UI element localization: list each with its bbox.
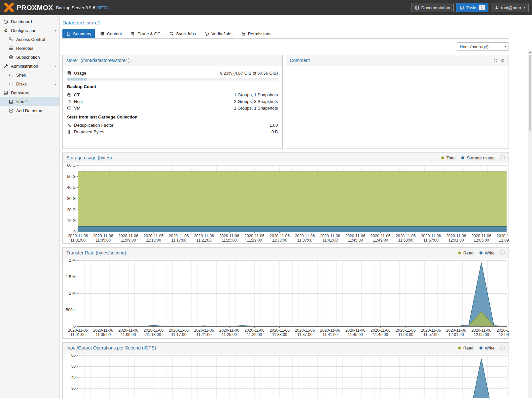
- sidebar-item-subscription[interactable]: Subscription: [0, 53, 59, 62]
- svg-text:2020-11-06: 2020-11-06: [446, 234, 466, 238]
- svg-text:50 G: 50 G: [67, 174, 76, 179]
- legend-read[interactable]: Read: [458, 346, 474, 350]
- svg-text:11:45:00: 11:45:00: [348, 238, 363, 243]
- tab-prune-gc[interactable]: Prune & GC: [127, 29, 164, 38]
- database-icon: [3, 90, 8, 95]
- database-icon: [67, 71, 71, 75]
- svg-text:11:41:00: 11:41:00: [323, 332, 338, 337]
- disk-icon: [9, 82, 14, 86]
- scroll-up-arrow[interactable]: ▲: [528, 50, 532, 54]
- svg-text:1.5 M: 1.5 M: [66, 275, 76, 279]
- legend-total[interactable]: Total: [441, 155, 455, 160]
- legend-storage-usage[interactable]: Storage usage: [461, 155, 495, 160]
- sidebar-item-shell[interactable]: Shell: [0, 71, 59, 80]
- svg-text:2020-11-06: 2020-11-06: [194, 234, 214, 238]
- iops-panel: Input/Output Operations per Second (IOPS…: [62, 342, 509, 398]
- main-content: Datastore: store1 Summary Content Prune …: [60, 15, 532, 398]
- svg-text:2020-11-06: 2020-11-06: [68, 328, 88, 333]
- collapse-chart-icon[interactable]: –: [500, 155, 505, 160]
- sidebar-item-administration[interactable]: Administration ▾: [0, 62, 59, 71]
- sidebar-item-configuration[interactable]: ⚙ Configuration ▾: [0, 26, 59, 35]
- svg-text:2020-11-06: 2020-11-06: [396, 328, 416, 333]
- list-icon: [9, 46, 14, 51]
- gear-icon: ⚙: [3, 28, 8, 33]
- svg-text:2020-11-06: 2020-11-06: [371, 328, 391, 333]
- svg-text:2020-11-06: 2020-11-06: [396, 234, 416, 238]
- sidebar-item-add-datastore[interactable]: Add Datastore: [0, 106, 59, 115]
- sidebar-item-datastore[interactable]: Datastore: [0, 88, 59, 97]
- product-version: Backup Server 0.9-6: [56, 5, 95, 10]
- legend-dot: [461, 156, 464, 159]
- tab-permissions[interactable]: Permissions: [237, 29, 275, 38]
- svg-text:2020-11-06: 2020-11-06: [345, 234, 366, 238]
- svg-text:2020-11-06: 2020-11-06: [118, 328, 138, 333]
- tab-content[interactable]: Content: [96, 29, 126, 38]
- documentation-button[interactable]: Documentation: [411, 3, 454, 12]
- collapse-chart-icon[interactable]: –: [500, 250, 505, 255]
- sidebar-item-access-control[interactable]: Access Control: [0, 35, 59, 44]
- sidebar: Dashboard ⚙ Configuration ▾ Access Contr…: [0, 15, 60, 398]
- svg-text:12:05:00: 12:05:00: [474, 332, 489, 337]
- svg-text:12:05:00: 12:05:00: [474, 238, 489, 243]
- svg-text:2020-11-06: 2020-11-06: [68, 234, 88, 238]
- sidebar-item-disks[interactable]: Disks ▸: [0, 80, 59, 88]
- svg-text:2020-11-06: 2020-11-06: [169, 328, 189, 333]
- trash-icon: [130, 31, 135, 36]
- svg-text:11:57:00: 11:57:00: [423, 332, 439, 337]
- plus-circle-icon: [9, 108, 14, 113]
- scrollbar[interactable]: ▲: [528, 50, 532, 398]
- comment-body[interactable]: [286, 66, 509, 149]
- beta-link[interactable]: BETA: [97, 5, 108, 10]
- svg-text:60: 60: [71, 353, 76, 358]
- tab-sync-jobs[interactable]: Sync Jobs: [165, 29, 199, 38]
- svg-text:2020-11-06: 2020-11-06: [497, 234, 509, 238]
- svg-text:12:01:00: 12:01:00: [448, 332, 464, 337]
- svg-text:2020-11-06: 2020-11-06: [421, 234, 441, 238]
- comment-panel: Comment ⚙: [286, 55, 509, 149]
- building-icon: [67, 99, 71, 104]
- panel-title: Comment: [290, 58, 310, 63]
- sidebar-item-store1[interactable]: store1: [0, 97, 59, 106]
- svg-text:2020-11-06: 2020-11-06: [471, 234, 491, 238]
- legend-write[interactable]: Write: [479, 346, 495, 350]
- app-window: PROXMOX Backup Server 0.9-6 BETA Documen…: [0, 0, 532, 398]
- svg-text:2020-11-06: 2020-11-06: [118, 234, 138, 238]
- tab-summary[interactable]: Summary: [62, 29, 95, 38]
- trash-icon: [67, 130, 71, 134]
- legend-read[interactable]: Read: [458, 250, 474, 255]
- svg-text:2020-11-06: 2020-11-06: [446, 328, 466, 333]
- gc-stats-heading: Stats from last Garbage Collection: [67, 115, 278, 119]
- refresh-icon[interactable]: [493, 58, 498, 63]
- svg-text:2020-11-06: 2020-11-06: [219, 234, 239, 238]
- panel-title: Transfer Rate (bytes/second): [66, 250, 126, 255]
- gear-icon[interactable]: ⚙: [501, 58, 505, 63]
- svg-text:11:13:00: 11:13:00: [146, 332, 161, 337]
- removed-bytes-row: Removed Bytes 0 B: [67, 128, 278, 135]
- legend-dot: [479, 251, 482, 254]
- storage-usage-chart: 010 G20 G30 G40 G50 G60 G2020-11-0611:01…: [63, 163, 509, 243]
- tab-verify-jobs[interactable]: Verify Jobs: [201, 29, 236, 38]
- proxmox-logo-icon: [3, 3, 15, 13]
- scroll-thumb[interactable]: [529, 55, 531, 131]
- tasks-button[interactable]: Tasks 1: [456, 3, 488, 12]
- svg-text:2 M: 2 M: [69, 258, 76, 263]
- usage-value: 9.23% (4.67 GiB of 50.56 GiB): [220, 71, 278, 76]
- dedup-row: Deduplication Factor 1.00: [67, 122, 278, 128]
- sidebar-item-dashboard[interactable]: Dashboard: [0, 17, 59, 26]
- interval-select[interactable]: Hour (average) ▾: [457, 42, 509, 51]
- svg-text:11:37:00: 11:37:00: [297, 332, 312, 337]
- tasks-count-badge: 1: [479, 5, 484, 10]
- legend-write[interactable]: Write: [479, 250, 495, 255]
- svg-text:11:53:00: 11:53:00: [398, 332, 413, 337]
- user-menu-button[interactable]: root@pam ▾: [491, 3, 529, 12]
- svg-text:11:17:00: 11:17:00: [171, 332, 186, 337]
- collapse-chart-icon[interactable]: –: [500, 346, 505, 350]
- sidebar-item-remotes[interactable]: Remotes: [0, 44, 59, 53]
- usage-row: Usage 9.23% (4.67 GiB of 50.56 GiB): [67, 70, 278, 76]
- svg-text:2020-11-06: 2020-11-06: [144, 328, 164, 333]
- svg-text:11:17:00: 11:17:00: [171, 238, 186, 243]
- transfer-rate-chart: 0500 k1 M1.5 M2 M2020-11-0611:01:002020-…: [63, 258, 509, 338]
- usage-progress-fill: [67, 78, 87, 81]
- panel-title: store1 (/mnt/datastores/store1): [66, 58, 129, 63]
- compress-icon: [67, 123, 71, 127]
